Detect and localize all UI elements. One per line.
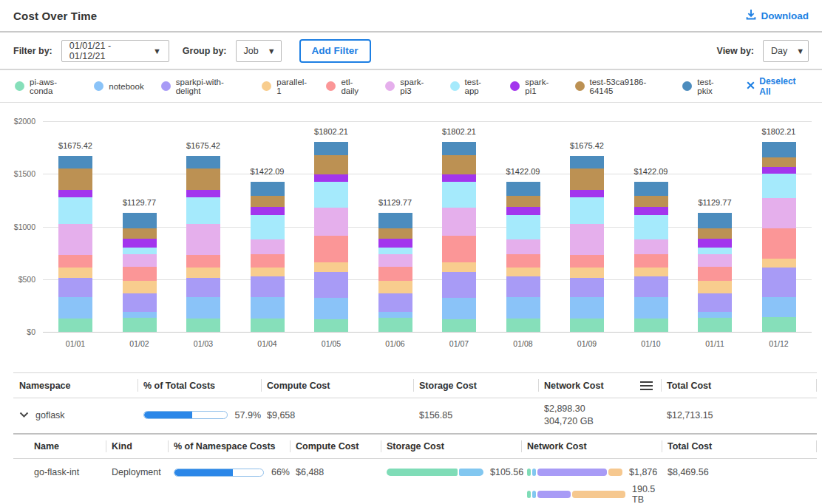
chevron-down-icon: ▼ xyxy=(268,47,276,55)
gridline xyxy=(43,121,812,122)
x-axis-tick: 01/01 xyxy=(53,339,98,348)
chart-legend: pi-aws-condanotebooksparkpi-with-delight… xyxy=(0,70,822,103)
gridline xyxy=(43,279,812,280)
bar-segment-spark-pi1 xyxy=(314,174,348,182)
download-button[interactable]: Download xyxy=(746,9,809,22)
network-bar-segment xyxy=(532,469,536,476)
bar-segment-sparkpi-with-delight xyxy=(634,276,668,297)
bar-segment-pi-aws-conda xyxy=(314,319,348,332)
bar-segment-test-pkix xyxy=(123,213,157,228)
col-total-cost[interactable]: Total Cost xyxy=(662,435,817,458)
stacked-bar-01/05[interactable] xyxy=(314,142,348,332)
bar-segment-spark-pi1 xyxy=(251,207,285,214)
y-axis-tick: $500 xyxy=(0,275,35,284)
legend-swatch xyxy=(262,81,271,91)
namespace-row-goflask[interactable]: goflask 57.9% $9,658 $156.85 $2,898.30 3… xyxy=(13,398,817,432)
x-axis-tick: 01/07 xyxy=(437,339,481,348)
workload-table: Name Kind % of Namespace Costs Compute C… xyxy=(13,433,817,503)
col-namespace[interactable]: Namespace xyxy=(13,373,137,398)
add-filter-button[interactable]: Add Filter xyxy=(299,39,371,63)
stacked-bar-01/11[interactable] xyxy=(698,213,732,332)
namespace-storage-cost: $156.85 xyxy=(413,410,538,420)
view-by-value: Day xyxy=(771,46,787,56)
bar-segment-sparkpi-with-delight xyxy=(186,278,220,297)
bar-segment-spark-pi3 xyxy=(186,224,220,255)
legend-label: spark-pi3 xyxy=(400,78,432,95)
namespace-total-cost: $12,713.15 xyxy=(661,410,817,420)
date-range-select[interactable]: 01/01/21 - 01/12/21 ▼ xyxy=(61,40,169,62)
bar-segment-spark-pi3 xyxy=(442,208,476,236)
col-kind[interactable]: Kind xyxy=(106,435,168,458)
chevron-down-icon: ▼ xyxy=(796,47,804,55)
stacked-bar-01/12[interactable] xyxy=(762,142,796,332)
col-name[interactable]: Name xyxy=(13,435,106,458)
bar-segment-pi-aws-conda xyxy=(378,318,412,332)
legend-item-spark-pi3[interactable]: spark-pi3 xyxy=(385,78,432,95)
namespace-name: goflask xyxy=(35,410,65,420)
bar-segment-etl-daily xyxy=(378,267,412,282)
stacked-bar-01/01[interactable] xyxy=(58,156,92,332)
date-range-value: 01/01/21 - 01/12/21 xyxy=(69,41,144,61)
bar-segment-test-app xyxy=(698,248,732,253)
filter-by-label: Filter by: xyxy=(13,46,52,56)
stacked-bar-01/08[interactable] xyxy=(506,182,540,332)
col-storage-cost[interactable]: Storage Cost xyxy=(381,435,521,458)
col-network-cost[interactable]: Network Cost xyxy=(538,373,661,398)
stacked-bar-01/03[interactable] xyxy=(186,156,220,332)
legend-item-pi-aws-conda[interactable]: pi-aws-conda xyxy=(15,78,77,95)
stacked-bar-01/02[interactable] xyxy=(123,213,157,332)
col-storage-cost[interactable]: Storage Cost xyxy=(413,373,538,398)
col-compute-cost[interactable]: Compute Cost xyxy=(261,373,413,398)
stacked-bar-01/07[interactable] xyxy=(442,142,476,332)
bar-total-label: $1675.42 xyxy=(41,141,109,150)
legend-swatch xyxy=(575,81,585,91)
legend-item-test-app[interactable]: test-app xyxy=(450,78,494,95)
bar-segment-sparkpi-with-delight xyxy=(314,272,348,298)
bar-segment-sparkpi-with-delight xyxy=(762,268,796,297)
col-total-cost[interactable]: Total Cost xyxy=(661,373,817,398)
view-by-select[interactable]: Day ▼ xyxy=(763,40,809,62)
stacked-bar-01/10[interactable] xyxy=(634,182,668,332)
legend-item-sparkpi-with-delight[interactable]: sparkpi-with-delight xyxy=(161,78,245,95)
bar-segment-spark-pi3 xyxy=(251,239,285,255)
legend-item-etl-daily[interactable]: etl-daily xyxy=(326,78,368,95)
column-menu-icon[interactable] xyxy=(639,380,653,394)
legend-item-spark-pi1[interactable]: spark-pi1 xyxy=(510,78,557,95)
bar-segment-sparkpi-with-delight xyxy=(570,278,604,297)
bar-segment-test-app xyxy=(634,215,668,239)
bar-segment-test-app xyxy=(378,248,412,253)
bar-segment-test-app xyxy=(570,197,604,224)
bar-segment-notebook xyxy=(442,298,476,319)
network-breakdown-row: $1,876 xyxy=(527,467,662,477)
col-compute-cost[interactable]: Compute Cost xyxy=(290,435,381,458)
col-network-cost[interactable]: Network Cost xyxy=(521,435,662,458)
stacked-bar-01/06[interactable] xyxy=(378,213,412,332)
group-by-select[interactable]: Job ▼ xyxy=(236,40,282,62)
stacked-bar-01/04[interactable] xyxy=(251,182,285,332)
bar-segment-test-app xyxy=(762,174,796,198)
workload-row-go-flask-int[interactable]: go-flask-int Deployment 66% $6,488 $105.… xyxy=(13,459,817,503)
stacked-bar-01/09[interactable] xyxy=(570,156,604,332)
topbar: Cost Over Time Download xyxy=(0,0,822,33)
legend-item-notebook[interactable]: notebook xyxy=(94,81,143,91)
bar-total-label: $1422.09 xyxy=(617,167,685,176)
namespace-expand-toggle[interactable]: goflask xyxy=(13,410,137,420)
legend-item-test-pkix[interactable]: test-pkix xyxy=(682,78,727,95)
bar-segment-parallel-1 xyxy=(634,268,668,276)
bar-total-label: $1675.42 xyxy=(169,141,237,150)
gridline xyxy=(43,174,812,174)
bar-segment-spark-pi3 xyxy=(698,254,732,267)
legend-item-test-53ca9186-64145[interactable]: test-53ca9186-64145 xyxy=(575,78,666,95)
col-total-pct[interactable]: % of Total Costs xyxy=(137,373,261,398)
bar-segment-notebook xyxy=(634,297,668,319)
chevron-down-icon[interactable] xyxy=(19,410,29,420)
bar-segment-etl-daily xyxy=(186,255,220,268)
x-axis-tick: 01/04 xyxy=(245,339,290,348)
deselect-all-button[interactable]: Deselect All xyxy=(747,76,807,97)
workload-percent-label: 66% xyxy=(271,467,290,477)
bar-segment-etl-daily xyxy=(634,254,668,267)
legend-item-parallel-1[interactable]: parallel-1 xyxy=(262,78,309,95)
col-namespace-pct[interactable]: % of Namespace Costs xyxy=(168,435,290,458)
bar-segment-parallel-1 xyxy=(762,259,796,268)
bar-segment-spark-pi1 xyxy=(123,239,157,248)
